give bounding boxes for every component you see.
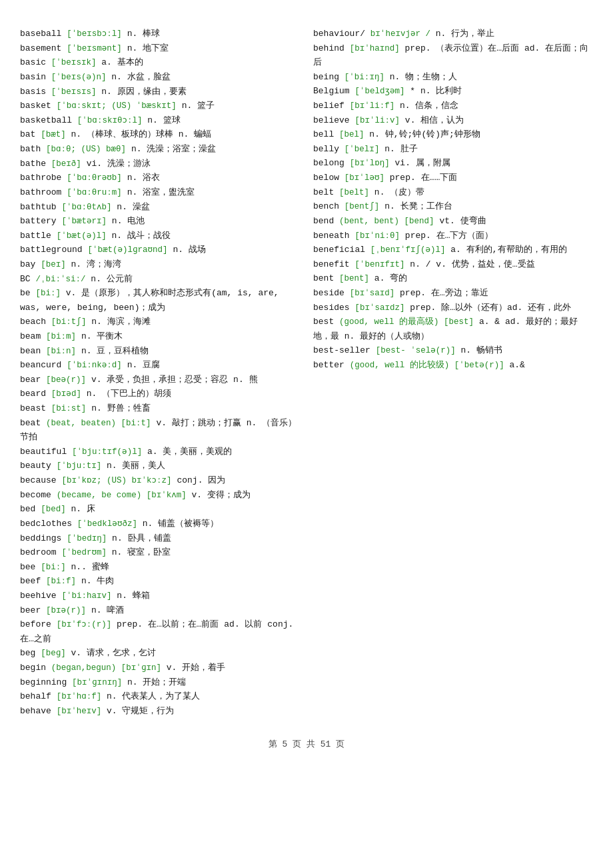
word-text: belly: [313, 144, 339, 154]
pos-text: n.: [400, 101, 410, 111]
phonetic-text: [beə(r)]: [46, 375, 86, 385]
pos-text: n.: [117, 591, 127, 601]
word-text: basin: [20, 72, 46, 82]
meaning-text: 湾；海湾: [87, 259, 121, 269]
meaning-text: 承受，负担，承担；忍受；容忍 n. 熊: [107, 375, 257, 385]
word-text: basis: [20, 87, 46, 97]
pos-text: n.: [91, 403, 102, 413]
pos-text: a.: [147, 447, 158, 457]
meaning-text: 战斗；战役: [127, 231, 171, 241]
meaning-text: 在…下方（面）: [436, 231, 494, 241]
word-text: behalf: [20, 691, 51, 701]
list-item: belt [belt] n. （皮）带: [313, 185, 593, 200]
list-item: battle [ˈbæt(ə)l] n. 战斗；战役: [20, 229, 300, 243]
word-text: bean: [20, 346, 41, 356]
phonetic-text: [ˈbeɪsɪk]: [51, 58, 97, 67]
word-text: benefit: [313, 259, 350, 269]
meaning-text: 豆，豆科植物: [97, 346, 149, 356]
phonetic-text: [ˈbæt(ə)lɡraʊnd]: [87, 245, 167, 255]
meaning-text: 蜂箱: [133, 591, 150, 601]
list-item: beauty [ˈbjuːtɪ] n. 美丽，美人: [20, 459, 300, 473]
phonetic-text: [biːm]: [46, 332, 76, 341]
meaning-text: 寝室，卧室: [127, 547, 171, 557]
list-item: best-seller [best- ˈselə(r)] n. 畅销书: [313, 343, 593, 358]
word-text: below: [313, 173, 339, 183]
list-item: bathtub [ˈbɑːθtʌb] n. 澡盆: [20, 200, 300, 215]
word-text: better: [313, 360, 344, 370]
phonetic-text: (good, well 的最高级) [best]: [339, 317, 474, 327]
word-text: belong: [313, 158, 344, 168]
meaning-text: 除…以外（还有）ad. 还有，此外: [441, 303, 571, 313]
pos-text: n.: [91, 605, 102, 615]
pos-text: n.: [81, 576, 92, 586]
pos-text: n. / v.: [410, 259, 446, 269]
phonetic-text: [bɪˈkɒz; (US) bɪˈkɔːz]: [61, 476, 171, 485]
pos-text: a. & ad.: [479, 317, 520, 327]
phonetic-text: [bed]: [41, 505, 66, 514]
word-text: beancurd: [20, 360, 61, 370]
list-item: basement [ˈbeɪsmənt] n. 地下室: [20, 41, 300, 56]
list-item: better (good, well 的比较级) [ˈbetə(r)] a.&: [313, 358, 593, 373]
list-item: below [bɪˈləʊ] prep. 在……下面: [313, 171, 593, 185]
phonetic-text: [bɪˈliːv]: [354, 116, 400, 125]
phonetic-text: (good, well 的比较级) [ˈbetə(r)]: [350, 361, 504, 370]
word-text: bed: [20, 504, 35, 514]
meaning-text: 因为: [208, 475, 225, 485]
meaning-text: 海滨，海滩: [107, 317, 151, 327]
pos-text: n.: [127, 173, 138, 183]
word-text: BC: [20, 274, 31, 284]
pos-text: conj.: [177, 475, 203, 485]
word-text: bell: [313, 129, 334, 139]
page-info: 第 5 页 共 51 页: [269, 739, 344, 749]
phonetic-text: [best- ˈselə(r)]: [376, 346, 456, 355]
word-text: bent: [313, 273, 334, 283]
pos-text: n.: [127, 43, 138, 53]
list-item: BC /ˌbiːˈsiː/ n. 公元前: [20, 272, 300, 287]
phonetic-text: [ˈbiːnkəːd]: [67, 361, 122, 370]
list-item: bath [bɑːθ; (US) bæθ] n. 洗澡；浴室；澡盆: [20, 142, 300, 157]
pos-text: n.: [71, 504, 82, 514]
meaning-text: 原因，缘由，要素: [117, 87, 187, 97]
right-column: behaviour/ bɪˈheɪvjər / n. 行为，举止behind […: [313, 27, 593, 718]
list-item: bear [beə(r)] v. 承受，负担，承担；忍受；容忍 n. 熊: [20, 373, 300, 387]
list-item: believe [bɪˈliːv] v. 相信，认为: [313, 113, 593, 128]
meaning-text: 属，附属: [416, 158, 450, 168]
list-item: belly [ˈbelɪ] n. 肚子: [313, 142, 593, 157]
phonetic-text: [bent]: [339, 274, 369, 283]
word-text: beneath: [313, 231, 350, 241]
pos-text: n.: [147, 115, 158, 125]
list-item: beddings [ˈbedɪŋ] n. 卧具，铺盖: [20, 531, 300, 546]
list-item: bench [bentʃ] n. 长凳；工作台: [313, 199, 593, 214]
phonetic-text: [bɑːθ; (US) bæθ]: [46, 145, 126, 154]
word-text: battleground: [20, 245, 83, 255]
list-item: beef [biːf] n. 牛肉: [20, 574, 300, 589]
meaning-text: 在…旁边；靠近: [431, 288, 488, 298]
phonetic-text: [ˈbenɪfɪt]: [354, 260, 404, 269]
list-item: basket [ˈbɑːskɪt; (US) ˈbæskɪt] n. 篮子: [20, 99, 300, 113]
pos-text: n.: [127, 29, 138, 39]
phonetic-text: [beɪð]: [51, 159, 81, 169]
list-item: beancurd [ˈbiːnkəːd] n. 豆腐: [20, 358, 300, 373]
meaning-text: 战场: [189, 245, 206, 255]
word-text: be: [20, 288, 31, 298]
word-text: bathe: [20, 159, 46, 169]
meaning-text: 优势，益处，使…受益: [452, 259, 535, 269]
word-text: battle: [20, 231, 51, 241]
pos-text: n.: [71, 259, 82, 269]
meaning-text: 物；生物；人: [405, 72, 457, 82]
word-text: beach: [20, 317, 46, 327]
meaning-text: 篮子: [197, 101, 215, 111]
list-item: bent [bent] a. 弯的: [313, 271, 593, 286]
meaning-text: 澡盆: [133, 202, 150, 212]
word-text: beauty: [20, 461, 51, 471]
pos-text: prep.: [405, 231, 431, 241]
phonetic-text: [belt]: [339, 188, 369, 197]
list-item: beg [beɡ] v. 请求，乞求，乞讨: [20, 646, 300, 661]
pos-text: n.: [81, 346, 92, 356]
word-text: beg: [20, 648, 35, 658]
list-item: besides [bɪˈsaɪdz] prep. 除…以外（还有）ad. 还有，…: [313, 301, 593, 315]
pos-text: a.: [101, 57, 112, 67]
list-item: beast [biːst] n. 野兽；牲畜: [20, 401, 300, 416]
pos-text: n.: [107, 461, 117, 471]
meaning-text: （下巴上的）胡须: [102, 389, 171, 399]
